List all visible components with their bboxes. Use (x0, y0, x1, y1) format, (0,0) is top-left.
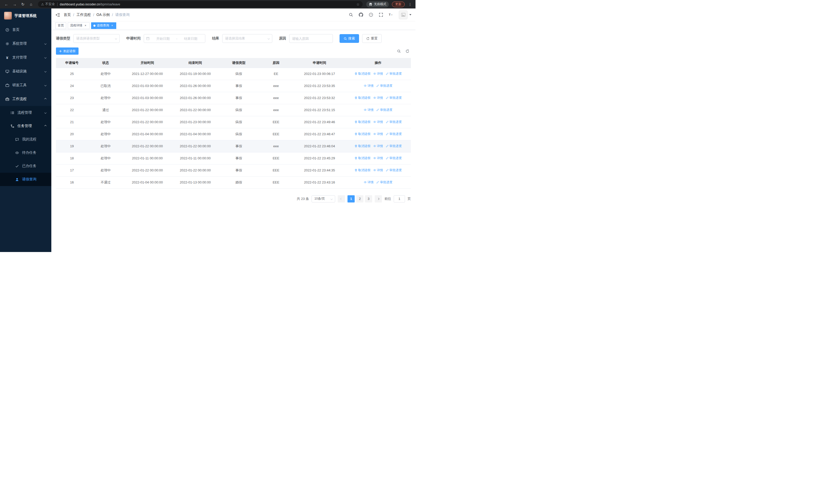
next-page-button[interactable] (375, 195, 382, 203)
breadcrumb-item[interactable]: 首页 (64, 12, 71, 17)
sidebar-item-workflow[interactable]: 工作流程 (0, 92, 51, 106)
detail-button[interactable]: 详情 (373, 120, 383, 124)
fold-sidebar-icon[interactable] (55, 13, 60, 17)
approval-progress-button[interactable]: 审批进度 (386, 96, 402, 100)
sidebar-item-my-process[interactable]: 我的流程 (0, 133, 51, 146)
back-icon[interactable]: ← (3, 1, 10, 7)
close-icon[interactable]: × (84, 24, 87, 27)
sidebar-item-devtools[interactable]: 研发工具 (0, 78, 51, 92)
cell-actions: 详情审批进度 (345, 104, 411, 116)
approval-progress-button[interactable]: 审批进度 (376, 84, 393, 88)
sidebar-item-home[interactable]: 首页 (0, 23, 51, 37)
leave-table: 申请编号 状态 开始时间 结束时间 请假类型 原因 申请时间 操作 25处理中2… (56, 58, 411, 188)
cancel-leave-button[interactable]: 取消请假 (354, 144, 371, 148)
create-leave-button[interactable]: 发起请假 (56, 48, 79, 55)
home-icon[interactable]: ⌂ (28, 1, 34, 7)
forward-icon[interactable]: → (11, 1, 18, 7)
approval-progress-button[interactable]: 审批进度 (386, 120, 402, 124)
refresh-icon[interactable]: ↻ (20, 1, 26, 7)
cell-end: 2022-01-26 00:00:00 (171, 80, 219, 92)
reset-button[interactable]: 重置 (362, 34, 382, 43)
detail-button[interactable]: 详情 (373, 71, 383, 76)
edit-icon (386, 72, 389, 75)
cancel-leave-button[interactable]: 取消请假 (354, 168, 371, 173)
cancel-leave-button[interactable]: 取消请假 (354, 96, 371, 100)
approval-progress-button[interactable]: 审批进度 (376, 180, 393, 184)
github-icon[interactable] (359, 12, 363, 17)
briefcase-icon (5, 83, 9, 87)
approval-progress-button[interactable]: 审批进度 (386, 132, 402, 136)
detail-button[interactable]: 详情 (373, 132, 383, 136)
sidebar-item-system[interactable]: 系统管理 (0, 37, 51, 51)
tab-leave-query[interactable]: 请假查询 × (91, 22, 116, 29)
page-size-select[interactable]: 10条/页 (312, 195, 335, 203)
table-row: 19处理中2022-01-22 00:00:002022-01-22 00:00… (56, 140, 411, 152)
approval-progress-button[interactable]: 审批进度 (376, 108, 393, 112)
approval-progress-button[interactable]: 审批进度 (386, 144, 402, 148)
detail-button[interactable]: 详情 (373, 156, 383, 160)
col-header-end-time: 结束时间 (171, 58, 219, 68)
detail-button[interactable]: 详情 (364, 180, 374, 184)
detail-button[interactable]: 详情 (373, 168, 383, 173)
browser-menu-icon[interactable]: ⋮ (408, 2, 412, 6)
sidebar-item-done-tasks[interactable]: 已办任务 (0, 159, 51, 173)
eye-icon (373, 156, 376, 159)
fullscreen-icon[interactable] (379, 12, 383, 17)
toggle-search-icon[interactable] (397, 49, 401, 53)
search-button[interactable]: 搜索 (340, 34, 359, 43)
bookmark-star-icon[interactable]: ☆ (356, 2, 360, 6)
edit-icon (376, 181, 379, 184)
detail-button[interactable]: 详情 (364, 108, 374, 112)
breadcrumb-item[interactable]: 工作流程 (77, 12, 91, 17)
update-button[interactable]: 更新 (392, 2, 405, 7)
font-size-icon[interactable]: TT (389, 12, 393, 17)
security-indicator[interactable]: ⚠ 不安全 (41, 2, 55, 6)
cancel-leave-button[interactable]: 取消请假 (354, 156, 371, 160)
breadcrumb-item[interactable]: OA 示例 (96, 12, 110, 17)
cell-status: 处理中 (88, 164, 123, 176)
leave-type-select[interactable]: 请选择请假类型 (74, 34, 120, 43)
detail-button[interactable]: 详情 (364, 84, 374, 88)
cell-end: 2022-01-19 00:00:00 (171, 68, 219, 80)
sidebar-item-process-management[interactable]: 流程管理 (0, 106, 51, 119)
detail-button[interactable]: 详情 (373, 144, 383, 148)
tab-home[interactable]: 首页 (55, 22, 66, 29)
close-icon[interactable]: × (110, 24, 114, 27)
sidebar-item-todo-tasks[interactable]: 待办任务 (0, 146, 51, 159)
prev-page-button[interactable] (338, 195, 345, 203)
cell-apply_time: 2022-01-22 23:43:16 (294, 176, 345, 188)
end-date-input[interactable] (178, 37, 203, 40)
user-menu[interactable] (399, 10, 411, 19)
sidebar-item-payment[interactable]: ¥ 支付管理 (0, 51, 51, 64)
tab-process-detail[interactable]: 流程详情 × (68, 22, 90, 29)
approval-progress-button[interactable]: 审批进度 (386, 168, 402, 173)
help-icon[interactable]: ? (369, 12, 373, 17)
approval-progress-button[interactable]: 审批进度 (386, 71, 402, 76)
detail-button[interactable]: 详情 (373, 96, 383, 100)
sidebar-item-leave-query[interactable]: 请假查询 (0, 173, 51, 186)
search-icon[interactable] (349, 12, 353, 17)
page-button-2[interactable]: 2 (356, 195, 364, 203)
goto-page-input[interactable] (394, 195, 405, 203)
page-button-3[interactable]: 3 (365, 195, 372, 203)
sidebar-item-infra[interactable]: 基础设施 (0, 64, 51, 78)
address-bar[interactable]: ⚠ 不安全 dashboard.yudao.iocoder.cn/bpm/oa/… (38, 1, 363, 7)
cell-start: 2022-01-04 00:00:00 (123, 128, 171, 140)
cancel-leave-button[interactable]: 取消请假 (354, 132, 371, 136)
approval-progress-button[interactable]: 审批进度 (386, 156, 402, 160)
cell-actions: 取消请假详情审批进度 (345, 128, 411, 140)
refresh-table-icon[interactable] (405, 49, 409, 53)
reason-input[interactable] (289, 34, 333, 43)
page-button-1[interactable]: 1 (347, 195, 355, 203)
apply-time-range-picker[interactable]: - (144, 34, 205, 43)
app-logo[interactable]: 芋道管理系统 (0, 8, 51, 23)
result-select[interactable]: 请选择流结果 (222, 34, 272, 43)
cancel-leave-button[interactable]: 取消请假 (354, 71, 371, 76)
action-label: 审批进度 (380, 180, 393, 184)
chevron-down-icon (268, 37, 270, 39)
cancel-leave-button[interactable]: 取消请假 (354, 120, 371, 124)
sidebar-item-label: 系统管理 (12, 41, 41, 46)
start-date-input[interactable] (151, 37, 175, 40)
sidebar-item-task-management[interactable]: 任务管理 (0, 119, 51, 133)
svg-text:T: T (389, 13, 391, 16)
